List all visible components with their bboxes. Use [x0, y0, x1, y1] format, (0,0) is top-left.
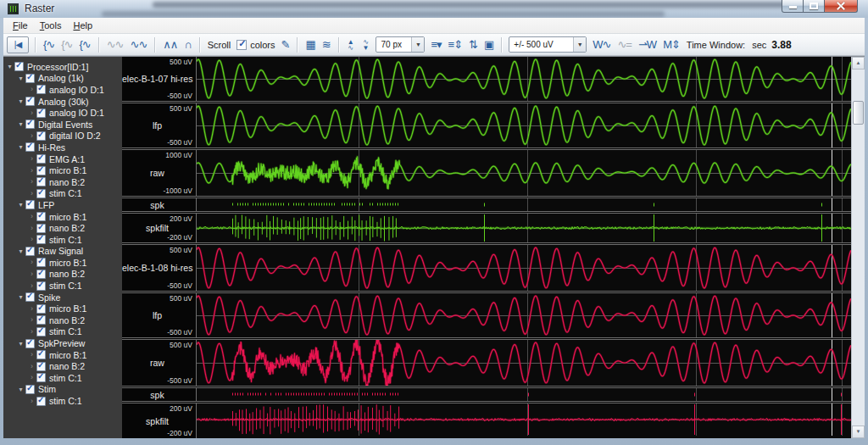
menu-item-help[interactable]: Help	[67, 19, 98, 32]
minimize-button[interactable]	[782, 0, 804, 13]
tree-checkbox[interactable]: ✓	[36, 258, 46, 267]
tree-item-nano-b-2[interactable]: ›✓nano B:2	[3, 176, 122, 188]
tree-checkbox[interactable]: ✓	[25, 247, 35, 256]
tree-item-stim-c-1[interactable]: ›✓stim C:1	[3, 280, 122, 292]
gaussian-icon[interactable]: ∩	[181, 36, 193, 53]
tree-item-processor-id-1[interactable]: ▾✓Processor[ID:1]	[3, 61, 122, 73]
tree-checkbox[interactable]: ✓	[36, 154, 46, 164]
tree-item-micro-b-1[interactable]: ›✓micro B:1	[3, 349, 122, 361]
collapse-rows-icon[interactable]: ≡▾	[428, 36, 443, 53]
waveform-canvas-r-hires[interactable]	[197, 245, 851, 291]
maximize-button[interactable]	[804, 0, 825, 13]
tree-checkbox[interactable]: ✓	[25, 97, 35, 106]
expand-arrow-icon[interactable]: ▾	[17, 386, 25, 393]
wave-range-icon[interactable]: M⇕	[660, 36, 682, 53]
tree-item-digital-events[interactable]: ▾✓Digital Events	[3, 119, 122, 131]
waveform-canvas-g-hires[interactable]	[197, 57, 851, 101]
menu-item-file[interactable]: File	[7, 19, 34, 32]
tree-checkbox[interactable]: ✓	[36, 108, 46, 118]
voltage-range-select[interactable]: +/- 500 uV▼	[509, 36, 587, 53]
tree-item-nano-b-2[interactable]: ›✓nano B:2	[3, 314, 122, 326]
tree-item-micro-b-1[interactable]: ›✓micro B:1	[3, 164, 122, 176]
tree-item-micro-b-1[interactable]: ›✓micro B:1	[3, 257, 122, 269]
tree-item-micro-b-1[interactable]: ›✓micro B:1	[3, 211, 122, 223]
tree-checkbox[interactable]: ✓	[36, 304, 46, 314]
tree-item-analog-io-d-1[interactable]: ›✓analog IO D:1	[3, 107, 122, 119]
grid-waves-icon[interactable]: ▦	[303, 36, 317, 53]
tree-checkbox[interactable]: ✓	[14, 62, 24, 71]
tree-item-nano-b-2[interactable]: ›✓nano B:2	[3, 222, 122, 234]
tree-checkbox[interactable]: ✓	[25, 200, 35, 209]
tree-checkbox[interactable]: ✓	[36, 212, 46, 221]
tree-checkbox[interactable]: ✓	[36, 373, 46, 382]
tree-checkbox[interactable]: ✓	[25, 142, 35, 152]
waveform-canvas-r-spkfilt[interactable]	[197, 403, 851, 436]
expand-arrow-icon[interactable]: ▾	[17, 248, 25, 255]
tree-item-nano-b-2[interactable]: ›✓nano B:2	[3, 360, 122, 372]
raster-group-waves-icon[interactable]: {∿	[41, 36, 57, 53]
tree-checkbox[interactable]: ✓	[36, 235, 46, 244]
tree-item-stim-c-1[interactable]: ›✓stim C:1	[3, 326, 122, 338]
tree-checkbox[interactable]: ✓	[36, 362, 46, 371]
tree-checkbox[interactable]: ✓	[36, 270, 46, 279]
expand-arrow-icon[interactable]: ▾	[17, 340, 25, 348]
expand-arrow-icon[interactable]: ▾	[17, 120, 25, 128]
waveform-canvas-r-lfp[interactable]	[197, 293, 851, 337]
waveform-canvas-g-raw[interactable]	[197, 150, 851, 196]
expand-arrow-icon[interactable]: ▾	[17, 143, 25, 151]
colors-checkbox[interactable]: ✓colors	[234, 40, 277, 50]
tree-checkbox[interactable]: ✓	[36, 189, 46, 198]
tree-item-stim-c-1[interactable]: ›✓stim C:1	[3, 234, 122, 246]
wave-snap-icon[interactable]: ⇀W	[636, 36, 659, 53]
scroll-down-button[interactable]: ▼	[852, 426, 865, 438]
row-height-select[interactable]: 70 px▼	[376, 36, 425, 53]
tree-checkbox[interactable]: ✓	[36, 166, 46, 175]
tree-item-raw-signal[interactable]: ▾✓Raw Signal	[3, 246, 122, 258]
tree-checkbox[interactable]: ✓	[36, 131, 46, 141]
tree-item-lfp[interactable]: ▾✓LFP	[3, 199, 122, 211]
tree-checkbox[interactable]: ✓	[36, 315, 46, 325]
tree-item-stim-c-1[interactable]: ›✓stim C:1	[3, 372, 122, 384]
expand-arrow-icon[interactable]: ▾	[6, 63, 14, 70]
stacked-waves-icon[interactable]: ≋	[320, 36, 333, 53]
expand-arrow-icon[interactable]: ▾	[17, 201, 25, 209]
dropdown-arrow-icon[interactable]: ▼	[411, 37, 424, 52]
scroll-mode-button[interactable]: Scroll	[204, 40, 235, 50]
tree-item-analog-1k[interactable]: ▾✓Analog (1k)	[3, 73, 122, 85]
tree-checkbox[interactable]: ✓	[25, 74, 35, 83]
tree-item-stim-c-1[interactable]: ›✓stim C:1	[3, 395, 122, 407]
close-button[interactable]	[825, 0, 858, 13]
tree-item-stim[interactable]: ▾✓Stim	[3, 384, 122, 396]
overlay-waves-ticks-icon[interactable]: ∿∿	[128, 36, 150, 53]
expand-arrow-icon[interactable]: ▾	[17, 75, 25, 82]
fit-screen-icon[interactable]: ▣	[481, 36, 496, 53]
expand-rows-icon[interactable]: ⇅	[466, 36, 480, 53]
tree-item-analog-io-d-1[interactable]: ›✓analog IO D:1	[3, 84, 122, 96]
scroll-up-button[interactable]: ▲	[852, 57, 865, 70]
tree-checkbox[interactable]: ✓	[36, 281, 46, 291]
color-pen-icon[interactable]: ✎	[279, 36, 292, 53]
tree-checkbox[interactable]: ✓	[25, 339, 35, 348]
waveform-canvas-g-spk[interactable]	[197, 198, 851, 211]
dropdown-arrow-icon[interactable]: ▼	[573, 37, 586, 52]
shift-trace-down-icon[interactable]: ∿▼	[359, 39, 373, 51]
tree-item-emg-a-1[interactable]: ›✓EMG A:1	[3, 153, 122, 165]
tree-checkbox[interactable]: ✓	[36, 327, 46, 337]
peaks-icon[interactable]: ∧∧	[160, 36, 180, 53]
expand-arrow-icon[interactable]: ▾	[17, 293, 25, 301]
waveform-canvas-g-spkfilt[interactable]	[197, 214, 851, 242]
tree-item-nano-b-2[interactable]: ›✓nano B:2	[3, 269, 122, 281]
tree-checkbox[interactable]: ✓	[36, 350, 46, 359]
waveform-canvas-r-raw[interactable]	[197, 340, 851, 386]
tree-checkbox[interactable]: ✓	[25, 292, 35, 302]
tree-checkbox[interactable]: ✓	[25, 120, 35, 129]
wave-baseline-icon[interactable]: W∿	[590, 36, 613, 53]
raster-group-trace-icon[interactable]: {∿	[76, 36, 92, 53]
tree-item-spike[interactable]: ▾✓Spike	[3, 292, 122, 303]
menu-item-tools[interactable]: Tools	[34, 19, 68, 32]
tree-item-analog-30k[interactable]: ▾✓Analog (30k)	[3, 96, 122, 108]
tree-item-stim-c-1[interactable]: ›✓stim C:1	[3, 188, 122, 200]
vertical-scrollbar[interactable]: ▲ ▼	[851, 57, 865, 438]
expand-arrow-icon[interactable]: ▾	[17, 97, 25, 105]
waveform-canvas-r-spk[interactable]	[197, 388, 851, 401]
